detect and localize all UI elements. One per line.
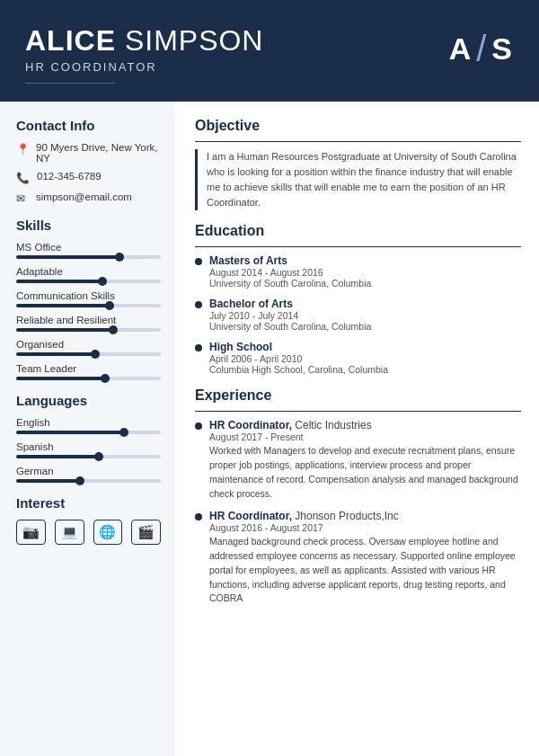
education-item: Masters of Arts August 2014 - August 201… [195,254,521,289]
full-name: ALICE SIMPSON [25,25,263,57]
monogram-slash: / [476,29,488,69]
edu-content: Masters of Arts August 2014 - August 201… [209,254,521,289]
experience-item: HR Coordinator, Celtic Industries August… [195,419,521,501]
skill-bar-track [16,352,161,356]
interest-icon: 📷 [16,520,46,545]
skill-bar-fill [16,377,106,380]
interest-icon: 🎬 [131,520,161,545]
language-bar-fill [16,431,125,434]
skill-bar-fill [16,328,114,332]
language-bar-track [16,431,161,434]
exp-dates: August 2016 - August 2017 [209,522,521,533]
objective-divider [195,141,521,142]
languages-list: English Spanish German [16,417,161,483]
exp-desc: Worked with Managers to develop and exec… [209,444,521,501]
skill-bar-track [16,280,161,283]
header-divider [25,83,115,84]
monogram-s: S [491,31,514,67]
edu-school: University of South Carolina, Columbia [209,278,521,289]
edu-degree: Masters of Arts [209,254,521,267]
experience-title: Experience [195,387,521,404]
main-content: Objective I am a Human Resources Postgra… [175,102,539,756]
exp-company: Celtic Industries [295,419,371,431]
language-bar-fill [16,479,81,483]
exp-content: HR Coordinator, Jhonson Products,Inc Aug… [209,510,521,606]
monogram: A / S [449,29,514,69]
resume-body: Contact Info 📍 90 Myers Drive, New York,… [0,102,539,756]
edu-dates: August 2014 - August 2016 [209,267,521,278]
header-left: ALICE SIMPSON HR COORDINATOR [25,25,263,84]
language-name: German [16,466,161,476]
location-icon: 📍 [16,143,29,156]
exp-desc: Managed background check process. Oversa… [209,535,521,606]
language-bar-track [16,479,161,483]
skill-bar-track [16,328,161,332]
bullet [195,422,202,430]
skill-item: Adaptable [16,266,161,283]
language-bar-track [16,455,161,458]
skill-name: MS Office [16,242,161,253]
edu-dates: July 2010 - July 2014 [209,310,521,321]
education-title: Education [195,223,521,239]
education-item: Bachelor of Arts July 2010 - July 2014 U… [195,298,521,332]
edu-school: Columbia High School, Carolina, Columbia [209,364,521,375]
education-divider [195,246,521,247]
bullet [195,344,202,351]
experience-divider [195,411,521,412]
contact-address: 📍 90 Myers Drive, New York, NY [16,142,161,164]
skill-bar-track [16,377,161,380]
exp-role: HR Coordinator, Jhonson Products,Inc [209,510,521,522]
interest-icons: 📷💻🌐🎬 [16,520,161,545]
skills-list: MS Office Adaptable Communication Skills… [16,242,161,380]
skill-bar-fill [16,352,96,356]
skill-name: Reliable and Resilient [16,315,161,325]
email-text: simpson@email.com [36,191,132,202]
exp-content: HR Coordinator, Celtic Industries August… [209,419,521,501]
skill-name: Communication Skills [16,290,161,301]
skill-bar-fill [16,304,110,307]
job-title: HR COORDINATOR [25,60,263,74]
experience-item: HR Coordinator, Jhonson Products,Inc Aug… [195,510,521,606]
phone-icon: 📞 [16,172,30,184]
skill-item: Organised [16,339,161,356]
skill-name: Team Leader [16,363,161,374]
contact-phone: 📞 012-345-6789 [16,171,161,184]
contact-email: ✉ simpson@email.com [16,191,161,205]
edu-dates: April 2006 - April 2010 [209,353,521,364]
phone-text: 012-345-6789 [37,171,102,182]
skill-bar-fill [16,255,120,259]
objective-text: I am a Human Resources Postgraduate at U… [195,149,521,210]
language-item: English [16,417,161,434]
education-list: Masters of Arts August 2014 - August 201… [195,254,521,375]
skill-bar-fill [16,280,103,283]
skill-name: Adaptable [16,266,161,277]
email-icon: ✉ [16,192,29,205]
last-name: SIMPSON [125,24,264,57]
edu-degree: Bachelor of Arts [209,298,521,310]
skills-section-title: Skills [16,218,161,233]
edu-content: High School April 2006 - April 2010 Colu… [209,341,521,375]
language-name: Spanish [16,441,161,452]
interest-icon: 💻 [55,520,84,545]
monogram-a: A [449,31,473,67]
interest-section-title: Interest [16,495,161,511]
skill-item: Communication Skills [16,290,161,307]
first-name: ALICE [25,24,116,57]
edu-school: University of South Carolina, Columbia [209,321,521,332]
languages-section-title: Languages [16,393,161,408]
resume-container: ALICE SIMPSON HR COORDINATOR A / S Conta… [0,0,539,756]
education-item: High School April 2006 - April 2010 Colu… [195,341,521,375]
edu-degree: High School [209,341,521,353]
exp-company: Jhonson Products,Inc [295,510,398,522]
bullet [195,301,202,308]
skill-item: Team Leader [16,363,161,380]
contact-section-title: Contact Info [16,118,161,133]
resume-header: ALICE SIMPSON HR COORDINATOR A / S [0,0,539,102]
skill-item: Reliable and Resilient [16,315,161,332]
skill-name: Organised [16,339,161,350]
skill-bar-track [16,255,161,259]
edu-content: Bachelor of Arts July 2010 - July 2014 U… [209,298,521,332]
bullet [195,258,202,265]
bullet [195,513,202,520]
sidebar: Contact Info 📍 90 Myers Drive, New York,… [0,102,175,756]
